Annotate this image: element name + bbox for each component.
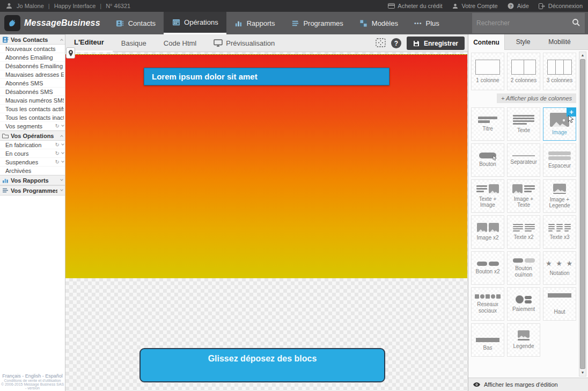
title-banner-block[interactable]: Lorem ipsum dolor sit amet <box>144 68 389 85</box>
block-bas[interactable]: Bas <box>471 323 504 357</box>
sidebar-section-operations[interactable]: Vos Opérations <box>0 131 65 141</box>
panel-body: 1 colonne 2 colonnes 3 colonnes + Affich… <box>468 50 588 378</box>
sidebar-item-archivees[interactable]: Archivées <box>0 166 65 175</box>
block-image-texte[interactable]: Image + Texte <box>507 179 540 213</box>
nav-tab-modeles[interactable]: Modèles <box>351 12 406 34</box>
block-separateur[interactable]: Separateur <box>507 143 540 177</box>
block-3-colonnes[interactable]: 3 colonnes <box>543 53 576 90</box>
help-label: Aide <box>517 3 529 9</box>
block-bouton[interactable]: Bouton <box>471 143 504 177</box>
nav-tab-operations[interactable]: Opérations <box>164 12 226 34</box>
sidebar-item-suspendues[interactable]: Suspendues ↻ <box>0 158 65 166</box>
block-titre[interactable]: Titre <box>471 107 504 141</box>
sidebar-item-contacts-inactifs[interactable]: Tous les contacts inact <box>0 113 65 122</box>
sidebar-section-contacts[interactable]: Vos Contacts <box>0 34 65 45</box>
save-button[interactable]: Enregistrer <box>407 37 465 50</box>
nav-tab-rapports[interactable]: Rapports <box>226 12 283 34</box>
sidebar-item-abonnes-emailing[interactable]: Abonnés Emailing <box>0 53 65 62</box>
separator: | <box>100 3 101 9</box>
account-number: N° 46321 <box>106 3 130 9</box>
block-texte-image[interactable]: Texte + Image <box>471 179 504 213</box>
block-2-colonnes[interactable]: 2 colonnes <box>507 53 540 90</box>
brand-logo[interactable]: MessageBusiness <box>0 12 108 34</box>
nav-tab-plus-label: Plus <box>426 19 439 27</box>
panel-tab-contenu[interactable]: Contenu <box>468 34 505 50</box>
block-bouton-oui-non[interactable]: Bouton oui/non <box>507 251 540 285</box>
block-texte[interactable]: Texte <box>507 107 540 141</box>
block-image[interactable]: + Image <box>543 107 576 141</box>
person-icon <box>452 3 459 10</box>
block-legende[interactable]: Legende <box>507 323 540 357</box>
copyright-text: © 2006-2015 Message Business SAS - versi… <box>0 382 65 390</box>
dropzone[interactable]: Glissez déposez des blocs <box>139 348 385 382</box>
terms-link[interactable]: Conditions de vente et d'utilisation <box>0 379 65 382</box>
search-input[interactable] <box>476 19 572 27</box>
block-texte-x2[interactable]: Texte x2 <box>507 215 540 249</box>
editor-tab-basique[interactable]: Basique <box>113 34 155 52</box>
workspace: Vos Contacts Nouveaux contacts Abonnés E… <box>0 34 588 391</box>
block-texte-x3[interactable]: Texte x3 <box>543 215 576 249</box>
user-name[interactable]: Jo Malone <box>17 3 44 9</box>
title-icon <box>478 117 497 123</box>
panel-tab-style[interactable]: Style <box>505 34 541 49</box>
chevron-down-icon[interactable] <box>61 124 64 127</box>
refresh-icon[interactable]: ↻ <box>55 159 60 165</box>
block-notation[interactable]: ★ ★ ★ Notation <box>543 251 576 285</box>
fullscreen-icon[interactable] <box>376 38 386 49</box>
separator: | <box>48 3 50 9</box>
chevron-down-icon[interactable] <box>61 160 64 163</box>
block-image-x2[interactable]: Image x2 <box>471 215 504 249</box>
logout-icon <box>539 3 546 10</box>
utility-bar: Jo Malone | Happy Interface | N° 46321 A… <box>0 0 588 12</box>
help-link[interactable]: ? Aide <box>508 3 529 10</box>
block-1-colonne[interactable]: 1 colonne <box>471 53 504 90</box>
more-columns-link[interactable]: + Afficher plus de colonnes <box>497 93 576 103</box>
buy-credit-link[interactable]: Acheter du crédit <box>388 3 442 10</box>
gradient-image-block[interactable]: Lorem ipsum dolor sit amet <box>65 54 467 278</box>
language-links[interactable]: Français - English - Español <box>0 373 65 379</box>
block-image-legende[interactable]: Image + Legende <box>543 179 576 213</box>
panel-scrollbar[interactable]: ▲ ▼ <box>579 52 586 376</box>
editor-tab-previsualisation[interactable]: Prévisualisation <box>205 34 283 52</box>
pin-tab[interactable] <box>66 47 75 59</box>
sidebar-section-programmes[interactable]: Vos Programmes <box>0 185 65 196</box>
sidebar-item-desabonnes-sms[interactable]: Désabonnés SMS <box>0 88 65 96</box>
nav-tab-programmes[interactable]: Programmes <box>283 12 351 34</box>
sidebar-item-en-fabrication[interactable]: En fabrication ↻ <box>0 141 65 149</box>
scroll-down-arrow[interactable]: ▼ <box>581 370 585 376</box>
chevron-down-icon[interactable] <box>61 142 64 146</box>
refresh-icon[interactable]: ↻ <box>55 142 60 148</box>
sidebar-item-abonnes-sms[interactable]: Abonnés SMS <box>0 79 65 88</box>
scrollbar-thumb[interactable] <box>580 59 585 369</box>
block-reseaux-sociaux[interactable]: Reseaux sociaux <box>471 287 504 321</box>
refresh-icon[interactable]: ↻ <box>55 150 60 156</box>
chevron-down-icon <box>60 178 63 181</box>
editor-tab-code-html[interactable]: Code Html <box>155 34 205 52</box>
refresh-icon[interactable]: ↻ <box>55 123 60 129</box>
logout-link[interactable]: Déconnexion <box>539 3 583 10</box>
block-bouton-x2[interactable]: Bouton x2 <box>471 251 504 285</box>
account-link[interactable]: Votre Compte <box>452 3 497 10</box>
sidebar-section-rapports[interactable]: Vos Rapports <box>0 175 65 185</box>
sidebar-item-en-cours[interactable]: En cours ↻ <box>0 149 65 158</box>
block-espaceur[interactable]: Espaceur <box>543 143 576 177</box>
search-icon[interactable] <box>572 18 580 28</box>
sidebar-item-desabonnes-emailing[interactable]: Désabonnés Emailing <box>0 62 65 70</box>
sidebar-item-mauvais-numeros[interactable]: Mauvais numéros SMS <box>0 96 65 105</box>
editor-help-icon[interactable]: ? <box>391 38 401 48</box>
sidebar-item-mauvaises-adresses[interactable]: Mauvaises adresses E <box>0 70 65 79</box>
search-box[interactable] <box>472 13 585 33</box>
block-paiement[interactable]: Paiement <box>507 287 540 321</box>
sidebar-item-nouveaux-contacts[interactable]: Nouveaux contacts <box>0 45 65 53</box>
mini-chart-icon <box>2 177 9 183</box>
chevron-down-icon[interactable] <box>61 151 64 154</box>
scroll-up-arrow[interactable]: ▲ <box>581 52 585 59</box>
nav-tab-contacts[interactable]: Contacts <box>108 12 164 34</box>
sidebar-item-contacts-actifs[interactable]: Tous les contacts actifs <box>0 105 65 113</box>
sidebar-item-vos-segments[interactable]: Vos segments ↻ <box>0 122 65 131</box>
panel-footer[interactable]: Afficher les marges d'édition <box>468 378 588 391</box>
block-haut[interactable]: Haut <box>543 287 576 321</box>
email-canvas[interactable]: Lorem ipsum dolor sit amet Glissez dépos… <box>65 52 468 391</box>
nav-tab-plus[interactable]: ••• Plus <box>406 12 447 34</box>
panel-tab-mobilite[interactable]: Mobilité <box>541 34 578 49</box>
